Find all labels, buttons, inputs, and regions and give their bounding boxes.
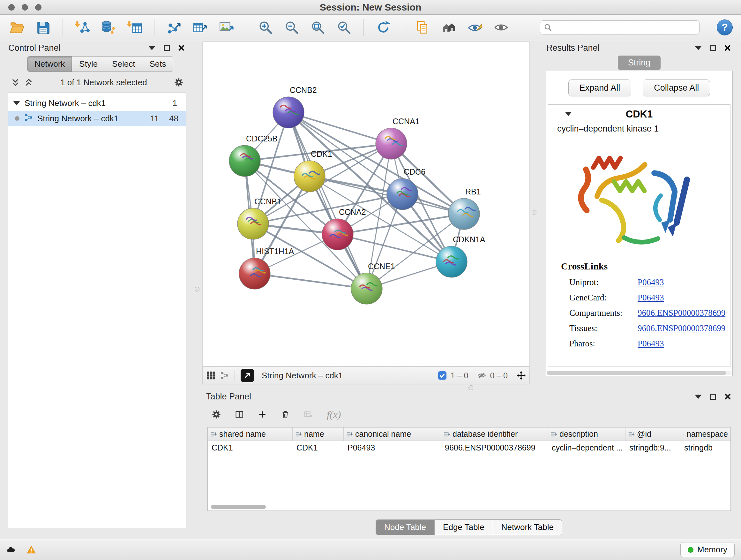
refresh-view-icon[interactable] xyxy=(375,19,392,36)
network-node-CCNB1[interactable]: CCNB1 xyxy=(238,197,281,240)
open-session-icon[interactable] xyxy=(8,19,25,36)
panel-menu-icon[interactable] xyxy=(147,44,156,52)
selected-node-edge-count: 1 – 0 xyxy=(451,371,468,380)
section-collapse-icon[interactable] xyxy=(565,112,572,116)
crosslink-value-link[interactable]: P06493 xyxy=(637,293,664,303)
crosslink-value-link[interactable]: P06493 xyxy=(637,339,664,349)
column-header-database-identifier[interactable]: database identifier xyxy=(441,428,548,441)
results-panel: Results Panel String Expand All Collapse… xyxy=(542,42,736,376)
tab-network[interactable]: Network xyxy=(27,56,72,72)
crosslink-label: Compartments: xyxy=(569,308,637,318)
crosslink-value-link[interactable]: 9606.ENSP00000378699 xyxy=(637,308,725,318)
export-image-icon[interactable] xyxy=(218,19,235,36)
selected-checkbox-icon[interactable] xyxy=(438,371,447,380)
svg-text:RB1: RB1 xyxy=(465,187,481,196)
network-row[interactable]: String Network – cdk1 11 48 xyxy=(8,111,186,126)
panel-menu-icon[interactable] xyxy=(694,44,703,52)
warning-icon[interactable] xyxy=(27,545,36,554)
share-network-icon[interactable] xyxy=(220,371,229,380)
splitter-handle[interactable] xyxy=(195,287,199,292)
panel-float-icon[interactable] xyxy=(162,44,171,52)
tab-string[interactable]: String xyxy=(618,56,661,70)
hidden-eye-slash-icon[interactable] xyxy=(477,371,486,380)
open-in-new-window-icon[interactable] xyxy=(241,369,254,382)
table-cell: P06493 xyxy=(344,441,441,454)
collapse-all-icon[interactable] xyxy=(11,78,20,87)
collapse-all-button[interactable]: Collapse All xyxy=(643,79,710,97)
cloud-icon[interactable] xyxy=(6,545,15,554)
add-column-icon[interactable] xyxy=(258,410,267,419)
save-session-icon[interactable] xyxy=(35,19,52,36)
zoom-fit-icon[interactable] xyxy=(309,19,327,36)
export-network-icon[interactable] xyxy=(165,19,183,36)
column-header-shared-name[interactable]: shared name xyxy=(208,428,293,441)
svg-text:CDC6: CDC6 xyxy=(404,167,425,176)
network-node-CDK1[interactable]: CDK1 xyxy=(294,149,332,192)
column-header-canonical-name[interactable]: canonical name xyxy=(344,428,441,441)
network-canvas[interactable]: CCNB2CCNA1CDC25BCDK1CDC6RB1CCNB1CCNA2CDK… xyxy=(202,42,530,367)
gear-icon[interactable] xyxy=(212,410,221,419)
network-node-CDKN1A[interactable]: CDKN1A xyxy=(436,235,485,277)
zoom-selected-icon[interactable] xyxy=(335,19,353,36)
network-node-RB1[interactable]: RB1 xyxy=(448,187,481,230)
export-table-icon[interactable] xyxy=(192,19,209,36)
panel-close-icon[interactable] xyxy=(723,44,732,52)
results-horizontal-scrollbar[interactable] xyxy=(547,371,731,375)
panel-float-icon[interactable] xyxy=(709,392,718,401)
import-network-file-icon[interactable] xyxy=(74,19,91,36)
select-columns-icon[interactable] xyxy=(235,410,244,419)
tab-node-table[interactable]: Node Table xyxy=(376,519,434,535)
network-node-CCNB2[interactable]: CCNB2 xyxy=(273,85,317,128)
tab-select[interactable]: Select xyxy=(105,56,142,72)
function-builder-icon[interactable]: f(x) xyxy=(327,409,341,421)
column-header-name[interactable]: name xyxy=(293,428,344,441)
column-header-namespace[interactable]: namespace xyxy=(680,428,731,441)
network-node-HIST1H1A[interactable]: HIST1H1A xyxy=(239,247,294,289)
column-header--id[interactable]: @id xyxy=(625,428,680,441)
table-tabs: Node TableEdge TableNetwork Table xyxy=(202,519,736,535)
birdseye-grid-icon[interactable] xyxy=(206,371,215,380)
network-collection-row[interactable]: String Network – cdk1 1 xyxy=(8,96,186,111)
copy-icon[interactable] xyxy=(414,19,431,36)
string-results-card: Expand All Collapse All CDK1 cyclin–depe… xyxy=(546,71,733,376)
tab-sets[interactable]: Sets xyxy=(142,56,173,72)
tab-edge-table[interactable]: Edge Table xyxy=(434,519,493,535)
home-icon[interactable] xyxy=(440,19,457,36)
network-graph[interactable]: CCNB2CCNA1CDC25BCDK1CDC6RB1CCNB1CCNA2CDK… xyxy=(203,42,529,366)
table-row[interactable]: CDK1CDK1P064939606.ENSP00000378699cyclin… xyxy=(208,441,731,454)
expand-all-icon[interactable] xyxy=(24,78,33,87)
panel-close-icon[interactable] xyxy=(723,392,732,401)
zoom-in-icon[interactable] xyxy=(257,19,274,36)
tree-expand-icon[interactable] xyxy=(13,101,20,105)
move-crosshair-icon[interactable] xyxy=(517,371,526,380)
crosslink-value-link[interactable]: 9606.ENSP00000378699 xyxy=(637,323,725,333)
splitter-handle[interactable] xyxy=(468,385,473,390)
network-tree: String Network – cdk1 1 String Network –… xyxy=(8,92,186,528)
tab-network-table[interactable]: Network Table xyxy=(493,519,562,535)
panel-menu-icon[interactable] xyxy=(694,392,703,401)
splitter-handle[interactable] xyxy=(532,210,536,215)
expand-all-button[interactable]: Expand All xyxy=(568,79,631,97)
panel-float-icon[interactable] xyxy=(709,44,718,52)
control-panel-title: Control Panel xyxy=(8,43,61,53)
tab-style[interactable]: Style xyxy=(72,56,105,72)
memory-button[interactable]: Memory xyxy=(680,542,735,557)
gear-icon[interactable] xyxy=(174,78,183,87)
eye-slash-icon[interactable] xyxy=(466,19,483,36)
delete-column-icon[interactable] xyxy=(281,410,290,419)
eye-icon[interactable] xyxy=(492,19,510,36)
table-header-row: shared namenamecanonical namedatabase id… xyxy=(208,428,731,441)
horizontal-scrollbar[interactable] xyxy=(211,505,266,509)
network-node-CCNA1[interactable]: CCNA1 xyxy=(376,117,420,159)
search-input[interactable] xyxy=(540,20,699,35)
panel-close-icon[interactable] xyxy=(177,44,186,52)
network-share-icon xyxy=(24,113,33,124)
svg-text:CCNA2: CCNA2 xyxy=(339,207,366,216)
import-table-file-icon[interactable] xyxy=(126,19,143,36)
import-network-database-icon[interactable] xyxy=(100,19,117,36)
column-header-description[interactable]: description xyxy=(548,428,625,441)
crosslink-value-link[interactable]: P06493 xyxy=(637,277,664,287)
control-panel-tabs: NetworkStyleSelectSets xyxy=(27,56,173,72)
zoom-out-icon[interactable] xyxy=(283,19,300,36)
help-button[interactable]: ? xyxy=(717,19,733,36)
